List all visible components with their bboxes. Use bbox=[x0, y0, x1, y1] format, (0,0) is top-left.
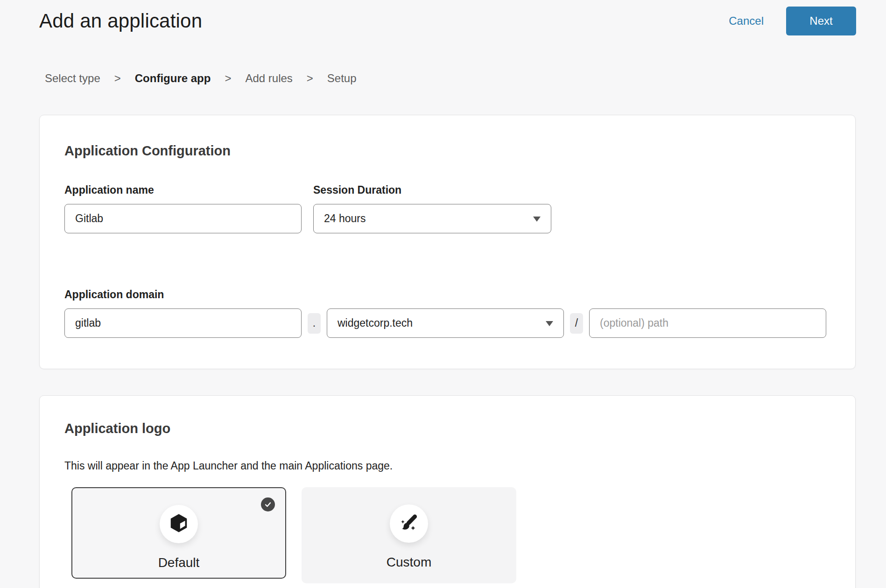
domain-value: widgetcorp.tech bbox=[338, 317, 413, 329]
caret-down-icon bbox=[533, 217, 541, 222]
paintbrush-icon bbox=[398, 512, 420, 535]
application-configuration-heading: Application Configuration bbox=[64, 143, 830, 159]
breadcrumb-separator: > bbox=[307, 72, 313, 85]
logo-option-label: Custom bbox=[387, 555, 431, 570]
subdomain-input[interactable] bbox=[64, 308, 302, 338]
breadcrumb-separator: > bbox=[114, 72, 121, 85]
application-logo-description: This will appear in the App Launcher and… bbox=[64, 460, 830, 472]
slash-separator: / bbox=[570, 313, 583, 334]
breadcrumb-step-select-type[interactable]: Select type bbox=[45, 72, 100, 85]
logo-option-custom[interactable]: Custom bbox=[302, 487, 516, 583]
logo-option-default[interactable]: Default bbox=[71, 487, 286, 579]
page-header: Add an application Cancel Next bbox=[0, 0, 886, 36]
breadcrumb-step-add-rules[interactable]: Add rules bbox=[245, 72, 292, 85]
application-name-label: Application name bbox=[64, 184, 302, 196]
name-session-inputs: 24 hours bbox=[64, 204, 830, 233]
session-duration-select[interactable]: 24 hours bbox=[313, 204, 551, 233]
session-duration-value: 24 hours bbox=[324, 212, 366, 225]
default-logo-circle bbox=[160, 505, 198, 543]
logo-options: Default Custom bbox=[71, 487, 830, 583]
breadcrumb-separator: > bbox=[225, 72, 231, 85]
path-input[interactable] bbox=[589, 308, 826, 338]
session-duration-label: Session Duration bbox=[313, 184, 551, 196]
domain-select[interactable]: widgetcorp.tech bbox=[327, 308, 564, 338]
caret-down-icon bbox=[546, 321, 553, 326]
breadcrumb: Select type > Configure app > Add rules … bbox=[45, 72, 886, 85]
application-configuration-card: Application Configuration Application na… bbox=[39, 115, 856, 369]
custom-logo-circle bbox=[390, 504, 428, 543]
breadcrumb-step-configure-app[interactable]: Configure app bbox=[135, 72, 211, 85]
application-domain-label: Application domain bbox=[64, 288, 830, 301]
application-domain-row: . widgetcorp.tech / bbox=[64, 308, 830, 338]
cube-icon bbox=[168, 512, 190, 536]
dot-separator: . bbox=[308, 313, 321, 334]
page-title: Add an application bbox=[39, 10, 202, 32]
add-application-page: Add an application Cancel Next Select ty… bbox=[0, 0, 886, 588]
logo-option-label: Default bbox=[158, 555, 200, 570]
name-session-labels: Application name Session Duration bbox=[64, 184, 830, 196]
checkmark-icon bbox=[261, 497, 275, 511]
application-name-input[interactable] bbox=[64, 204, 302, 233]
cancel-button[interactable]: Cancel bbox=[729, 14, 764, 28]
breadcrumb-step-setup[interactable]: Setup bbox=[327, 72, 357, 85]
application-logo-heading: Application logo bbox=[64, 421, 830, 436]
application-logo-card: Application logo This will appear in the… bbox=[39, 395, 856, 588]
next-button[interactable]: Next bbox=[786, 7, 856, 35]
